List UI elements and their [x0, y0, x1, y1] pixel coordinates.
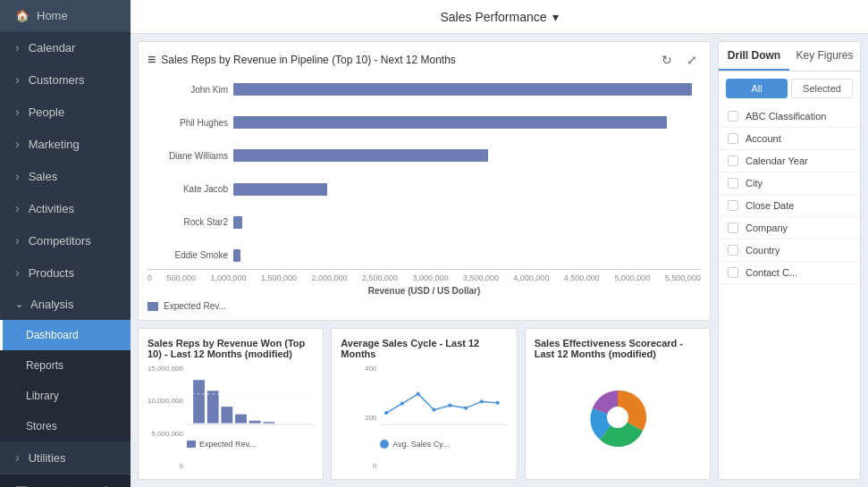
sidebar-item-competitors[interactable]: Competitors	[0, 224, 131, 256]
footer-menu-btn[interactable]: ☰	[0, 474, 44, 487]
panel-item-label: Calendar Year	[746, 155, 808, 166]
bar-chart: John KimPhil HughesDiane WilliamsKate Ja…	[147, 76, 701, 269]
sidebar-item-label: Customers	[29, 73, 85, 87]
footer-star-btn[interactable]: ★	[44, 474, 88, 487]
bar-container	[233, 216, 701, 229]
filter-selected-btn[interactable]: Selected	[791, 79, 853, 98]
filter-all-btn[interactable]: All	[726, 79, 788, 98]
panel-list-item[interactable]: Country	[719, 239, 860, 262]
panel-list: ABC Classification Account Calendar Year…	[719, 105, 860, 479]
chart-title: ≡ Sales Reps by Revenue in Pipeline (Top…	[147, 52, 456, 68]
right-panel: Drill Down Key Figures All Selected ABC …	[718, 41, 861, 480]
x-tick: 1,000,000	[210, 273, 246, 282]
x-tick: 3,000,000	[412, 273, 448, 282]
bar	[233, 216, 242, 229]
mini-y-axis-revenue: 15,000,000 10,000,000 5,000,000 0	[147, 365, 183, 470]
panel-list-item[interactable]: Account	[719, 128, 860, 150]
sidebar-item-marketing[interactable]: Marketing	[0, 128, 131, 160]
bar-row: Diane Williams	[147, 146, 701, 165]
bar-container	[233, 149, 701, 162]
checkbox[interactable]	[728, 178, 738, 189]
mini-chart-scorecard: Sales Effectiveness Scorecard - Last 12 …	[525, 328, 711, 480]
panel-item-label: Contact C...	[746, 267, 797, 278]
svg-point-13	[464, 406, 468, 409]
panel-list-item[interactable]: Calendar Year	[719, 150, 860, 172]
legend-text: Expected Rev...	[164, 301, 226, 311]
sidebar-item-reports[interactable]: Reports	[0, 350, 131, 381]
svg-point-8	[384, 411, 388, 415]
sidebar-item-sales[interactable]: Sales	[0, 160, 131, 192]
home-icon: 🏠	[15, 9, 29, 22]
topbar-dropdown-icon[interactable]: ▾	[552, 10, 559, 24]
x-tick: 4,500,000	[564, 273, 600, 282]
checkbox[interactable]	[728, 200, 738, 211]
sidebar-item-label: Calendar	[29, 41, 76, 55]
sidebar-item-dashboard[interactable]: Dashboard	[0, 320, 131, 350]
y-tick: 15,000,000	[147, 365, 183, 373]
expand-button[interactable]: ⤢	[683, 51, 701, 69]
sidebar-item-label: People	[29, 105, 64, 119]
sidebar-item-people[interactable]: People	[0, 96, 131, 128]
bar-label: John Kim	[147, 85, 228, 95]
bar-container	[233, 183, 701, 196]
x-tick: 0	[147, 273, 152, 282]
sidebar-item-label: Library	[26, 390, 59, 402]
checkbox[interactable]	[728, 155, 738, 166]
tab-drill-down[interactable]: Drill Down	[719, 42, 789, 71]
checkbox[interactable]	[728, 111, 738, 122]
panel-list-item[interactable]: Close Date	[719, 195, 860, 217]
legend-color	[187, 441, 196, 448]
checkbox[interactable]	[728, 245, 738, 256]
panel-list-item[interactable]: ABC Classification	[719, 105, 860, 128]
sidebar-item-label: Stores	[26, 420, 57, 432]
panel-list-item[interactable]: Company	[719, 217, 860, 239]
checkbox[interactable]	[728, 133, 738, 144]
bar-row: John Kim	[147, 80, 701, 99]
chart-title-text: Sales Reps by Revenue in Pipeline (Top 1…	[161, 54, 456, 66]
checkbox[interactable]	[728, 267, 738, 278]
sidebar-item-calendar[interactable]: Calendar	[0, 31, 131, 63]
tab-key-figures[interactable]: Key Figures	[789, 42, 860, 71]
bar-container	[233, 83, 701, 96]
x-tick: 4,000,000	[513, 273, 549, 282]
sidebar-item-home[interactable]: 🏠 Home	[0, 0, 131, 31]
bar	[233, 149, 488, 162]
mini-chart-scorecard-title: Sales Effectiveness Scorecard - Last 12 …	[535, 338, 701, 359]
bottom-charts: Sales Reps by Revenue Won (Top 10) - Las…	[138, 328, 711, 480]
sidebar-item-activities[interactable]: Activities	[0, 192, 131, 224]
mini-legend-cycle: Avg. Sales Cy...	[380, 440, 507, 449]
svg-point-18	[607, 407, 628, 428]
svg-rect-3	[235, 415, 247, 424]
panel-list-item[interactable]: Contact C...	[719, 262, 860, 284]
topbar-title: Sales Performance ▾	[440, 10, 558, 24]
bar-label: Diane Williams	[147, 151, 228, 161]
refresh-button[interactable]: ↻	[658, 51, 676, 69]
mini-legend-revenue: Expected Rev...	[187, 440, 314, 449]
sidebar-item-customers[interactable]: Customers	[0, 63, 131, 96]
svg-point-9	[400, 401, 404, 405]
y-tick: 400	[341, 365, 376, 373]
bar-label: Rock Star2	[147, 217, 228, 227]
chart-header: ≡ Sales Reps by Revenue in Pipeline (Top…	[147, 51, 701, 69]
sidebar-item-library[interactable]: Library	[0, 381, 131, 411]
mini-legend-label: Expected Rev...	[199, 440, 256, 449]
sidebar-item-analysis[interactable]: Analysis	[0, 289, 131, 320]
sidebar-item-products[interactable]: Products	[0, 256, 131, 289]
svg-point-14	[480, 399, 484, 403]
sidebar-item-label: Analysis	[30, 298, 73, 311]
x-tick: 1,500,000	[261, 273, 297, 282]
topbar: Sales Performance ▾	[131, 0, 868, 34]
checkbox[interactable]	[728, 223, 738, 233]
panel-list-item[interactable]: City	[719, 172, 860, 195]
bar-label: Kate Jacob	[147, 184, 228, 194]
footer-flag-btn[interactable]: ⚑	[87, 474, 131, 487]
mini-chart-revenue: Sales Reps by Revenue Won (Top 10) - Las…	[138, 328, 324, 480]
panel-item-label: Account	[746, 133, 781, 144]
bar	[233, 83, 692, 96]
sidebar-item-stores[interactable]: Stores	[0, 411, 131, 441]
x-tick: 2,000,000	[311, 273, 347, 282]
panel-item-label: City	[746, 178, 763, 189]
svg-rect-5	[263, 422, 274, 423]
bar-row: Kate Jacob	[147, 180, 701, 199]
sidebar-item-utilities[interactable]: Utilities	[0, 441, 131, 474]
